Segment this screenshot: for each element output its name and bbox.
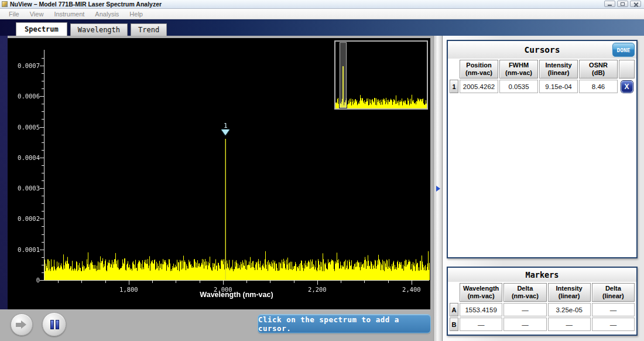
- axis-tick: [42, 173, 44, 173]
- cursor-intensity-value: 9.15e-04: [539, 80, 578, 93]
- axis-tick: [40, 96, 44, 97]
- marker-b-wavelength: —: [460, 318, 502, 331]
- marker-row-label[interactable]: A: [450, 303, 458, 316]
- x-tick-label: 2,000: [205, 286, 241, 293]
- axis-tick: [42, 142, 44, 143]
- axis-tick: [42, 211, 44, 212]
- cursors-panel-title-row: Cursors DONE: [448, 41, 636, 59]
- axis-tick: [176, 281, 176, 283]
- menu-item-view[interactable]: View: [25, 11, 49, 18]
- tab-spectrum[interactable]: Spectrum: [16, 22, 67, 36]
- cursor-fwhm-value: 0.0535: [499, 80, 538, 93]
- delete-cursor-button[interactable]: X: [621, 81, 633, 93]
- menu-item-help[interactable]: Help: [124, 11, 148, 18]
- cursors-panel: Cursors DONE Position(nm-vac) FWHM(nm-va…: [447, 40, 638, 258]
- left-edge-strip: [0, 36, 8, 309]
- application-window: NuView – Model 771B-MIR Laser Spectrum A…: [0, 0, 644, 341]
- axis-tick: [42, 257, 44, 258]
- axis-tick: [42, 58, 44, 59]
- markers-panel-title: Markers: [526, 270, 559, 279]
- axis-tick: [40, 127, 44, 128]
- marker-row-label[interactable]: B: [450, 318, 458, 331]
- cursor-table-row: 1 2005.4262 0.0535 9.15e-04 8.46 X: [450, 80, 635, 93]
- side-panel-region: Cursors DONE Position(nm-vac) FWHM(nm-va…: [443, 36, 644, 341]
- axis-tick: [42, 104, 44, 104]
- axis-tick: [270, 281, 270, 283]
- axis-tick: [105, 281, 106, 283]
- marker-a-intensity: 3.25e-05: [548, 303, 591, 316]
- axis-tick: [42, 265, 44, 265]
- play-button[interactable]: [11, 313, 33, 336]
- axis-tick: [42, 88, 44, 89]
- axis-tick: [40, 158, 44, 158]
- menubar: File View Instrument Analysis Help: [0, 9, 644, 19]
- overview-selection-band[interactable]: [339, 42, 347, 108]
- done-button[interactable]: DONE: [612, 43, 635, 57]
- axis-tick: [246, 281, 247, 283]
- cursor-marker-1[interactable]: 1: [221, 122, 229, 135]
- window-title: NuView – Model 771B-MIR Laser Spectrum A…: [10, 0, 162, 8]
- axis-tick: [152, 281, 153, 283]
- column-header-delete: [619, 60, 635, 79]
- marker-b-delta-wl: —: [503, 318, 546, 331]
- axis-tick: [42, 150, 44, 151]
- marker-row-b: B — — — —: [450, 318, 635, 331]
- tab-wavelength[interactable]: Wavelength: [70, 23, 128, 36]
- marker-a-wavelength: 1553.4159: [460, 303, 502, 316]
- axis-tick: [58, 281, 59, 283]
- close-button[interactable]: [630, 1, 641, 7]
- x-tick-label: 1,800: [111, 286, 146, 293]
- axis-tick: [42, 111, 44, 112]
- axis-tick: [364, 281, 365, 283]
- window-controls: [604, 1, 641, 7]
- panel-splitter[interactable]: [433, 36, 443, 341]
- axis-tick: [200, 281, 200, 283]
- marker-b-delta-lin: —: [592, 318, 635, 331]
- pause-button[interactable]: [42, 312, 66, 336]
- maximize-button[interactable]: [617, 1, 628, 7]
- x-tick-label: 2,200: [300, 286, 335, 293]
- axis-tick: [42, 203, 44, 204]
- column-header-intensity: Intensity(linear): [539, 60, 578, 79]
- axis-tick: [42, 196, 44, 196]
- tab-trend[interactable]: Trend: [131, 23, 167, 36]
- cursor-number-label: 1: [221, 122, 229, 129]
- cursor-row-number: 1: [450, 80, 458, 93]
- menu-item-instrument[interactable]: Instrument: [49, 11, 90, 18]
- column-header-position: Position(nm-vac): [460, 60, 498, 79]
- marker-row-a: A 1553.4159 — 3.25e-05 —: [450, 303, 635, 316]
- menu-item-file[interactable]: File: [4, 11, 25, 18]
- column-header-fwhm: FWHM(nm-vac): [499, 60, 538, 79]
- y-tick-label: 0: [8, 277, 40, 284]
- axis-tick: [412, 281, 412, 285]
- markers-panel-title-row: Markers: [448, 268, 636, 282]
- y-tick-label: 0.0004: [8, 154, 40, 161]
- tab-bar: Spectrum Wavelength Trend: [0, 19, 644, 36]
- menu-item-analysis[interactable]: Analysis: [90, 11, 124, 18]
- expand-arrow-icon[interactable]: [436, 186, 440, 192]
- axis-tick: [42, 180, 44, 181]
- axis-tick: [388, 281, 389, 283]
- axis-tick: [42, 272, 44, 273]
- minimize-button[interactable]: [604, 1, 615, 7]
- axis-tick: [40, 66, 44, 66]
- axis-tick: [42, 73, 44, 74]
- add-cursor-hint-button[interactable]: Click on the spectrum to add a cursor.: [258, 314, 431, 333]
- y-tick-label: 0.0006: [8, 93, 40, 100]
- axis-tick: [42, 242, 44, 243]
- axis-tick: [341, 281, 341, 283]
- column-header-wavelength: Wavelength(nm-vac): [460, 283, 502, 302]
- cursor-position-value: 2005.4262: [460, 80, 498, 93]
- cursor-osnr-value: 8.46: [579, 80, 618, 93]
- corner-cell: [450, 283, 458, 302]
- maximize-icon: [621, 2, 625, 6]
- column-header-osnr: OSNR(dB): [579, 60, 618, 79]
- axis-tick: [42, 119, 44, 120]
- y-tick-label: 0.0001: [8, 246, 40, 253]
- plot-region: Wavelength (nm-vac) 1 00.00010.00020.000…: [0, 36, 433, 341]
- spectrum-plot[interactable]: Wavelength (nm-vac) 1 00.00010.00020.000…: [8, 38, 430, 309]
- overview-inset[interactable]: [334, 40, 428, 110]
- markers-table: Wavelength(nm-vac) Delta(nm-vac) Intensi…: [448, 282, 636, 332]
- axis-tick: [40, 280, 44, 281]
- y-tick-label: 0.0002: [8, 215, 40, 222]
